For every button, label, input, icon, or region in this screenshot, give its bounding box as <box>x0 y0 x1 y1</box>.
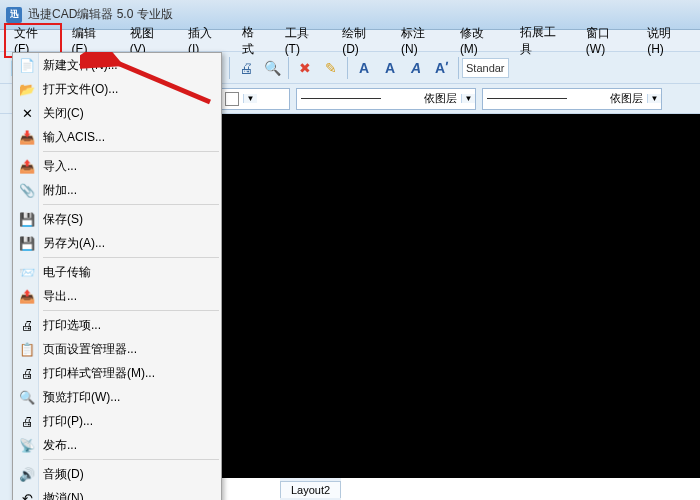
text-style-readout[interactable]: Standar <box>462 58 509 78</box>
menu-item-icon: 📎 <box>19 182 35 198</box>
menu-item-label: 打印选项... <box>43 317 101 334</box>
print-icon[interactable]: 🖨 <box>234 56 258 80</box>
layout-tab[interactable]: Layout2 <box>280 481 341 498</box>
menu-item[interactable]: 格式 <box>232 22 275 60</box>
lineweight-dropdown[interactable]: 依图层 ▼ <box>482 88 662 110</box>
menu-item-icon: 🔍 <box>19 389 35 405</box>
svg-line-0 <box>115 62 210 102</box>
menu-item[interactable]: 窗口(W) <box>576 23 637 58</box>
menu-item[interactable]: 说明(H) <box>637 23 696 58</box>
menu-item-label: 打印(P)... <box>43 413 93 430</box>
menu-item[interactable]: 📡发布... <box>13 433 221 457</box>
menu-item-label: 打印样式管理器(M)... <box>43 365 155 382</box>
menu-item[interactable]: 💾保存(S) <box>13 207 221 231</box>
menu-item-label: 另存为(A)... <box>43 235 105 252</box>
text-a2-icon[interactable]: A <box>378 56 402 80</box>
menu-item-label: 发布... <box>43 437 77 454</box>
text-find-icon[interactable]: Aʹ <box>430 56 454 80</box>
menu-item[interactable]: 💾另存为(A)... <box>13 231 221 255</box>
menu-item-icon: 📂 <box>19 81 35 97</box>
menu-item-icon: 🔊 <box>19 466 35 482</box>
menu-item-icon: 💾 <box>19 211 35 227</box>
menu-item[interactable]: 📤导出... <box>13 284 221 308</box>
color-swatch <box>225 92 239 106</box>
preview-icon[interactable]: 🔍 <box>260 56 284 80</box>
lineweight-label: 依图层 <box>610 91 643 106</box>
menu-item[interactable]: 拓展工具 <box>510 22 576 60</box>
menu-separator <box>43 310 219 311</box>
line-sample <box>487 98 567 99</box>
menu-item-label: 音频(D) <box>43 466 84 483</box>
menu-item-icon: ↶ <box>19 490 35 500</box>
menu-item-icon: 📤 <box>19 158 35 174</box>
file-menu-dropdown: 📄新建文件(N)...📂打开文件(O)...✕关闭(C)📥输入ACIS...📤导… <box>12 52 222 500</box>
menu-item-icon: 🖨 <box>19 413 35 429</box>
menu-item-icon: 📤 <box>19 288 35 304</box>
separator <box>347 57 348 79</box>
menu-item[interactable]: 📥输入ACIS... <box>13 125 221 149</box>
layout-tabs: Layout2 <box>280 478 341 500</box>
menu-item[interactable]: 🔊音频(D) <box>13 462 221 486</box>
menu-item-label: 保存(S) <box>43 211 83 228</box>
chevron-down-icon: ▼ <box>243 94 257 103</box>
menu-item-label: 输入ACIS... <box>43 129 105 146</box>
app-title: 迅捷CAD编辑器 5.0 专业版 <box>28 6 173 23</box>
menu-item[interactable]: 📋页面设置管理器... <box>13 337 221 361</box>
separator <box>229 57 230 79</box>
menu-bar: 文件(F)编辑(E)视图(V)插入(I)格式工具(T)绘制(D)标注(N)修改(… <box>0 30 700 52</box>
menu-item-label: 页面设置管理器... <box>43 341 137 358</box>
separator <box>458 57 459 79</box>
menu-item-label: 撤消(N) <box>43 490 84 501</box>
menu-item-label: 预览打印(W)... <box>43 389 120 406</box>
color-dropdown[interactable]: ▼ <box>220 88 290 110</box>
menu-separator <box>43 151 219 152</box>
menu-item-label: 关闭(C) <box>43 105 84 122</box>
line-sample <box>301 98 381 99</box>
app-icon: 迅 <box>6 7 22 23</box>
menu-item-icon: 🖨 <box>19 365 35 381</box>
linetype-label: 依图层 <box>424 91 457 106</box>
menu-item-label: 附加... <box>43 182 77 199</box>
text-a-icon[interactable]: A <box>352 56 376 80</box>
chevron-down-icon: ▼ <box>461 94 475 103</box>
menu-item[interactable]: 修改(M) <box>450 23 510 58</box>
menu-item-icon: 💾 <box>19 235 35 251</box>
brush-icon[interactable]: ✎ <box>319 56 343 80</box>
menu-item-icon: 📥 <box>19 129 35 145</box>
menu-item-label: 电子传输 <box>43 264 91 281</box>
menu-separator <box>43 459 219 460</box>
menu-item[interactable]: 🔍预览打印(W)... <box>13 385 221 409</box>
menu-item[interactable]: 🖨打印样式管理器(M)... <box>13 361 221 385</box>
menu-item-icon: 📄 <box>19 57 35 73</box>
separator <box>288 57 289 79</box>
menu-item[interactable]: 标注(N) <box>391 23 450 58</box>
cancel-icon[interactable]: ✖ <box>293 56 317 80</box>
menu-item[interactable]: 🖨打印选项... <box>13 313 221 337</box>
menu-item[interactable]: ↶撤消(N) <box>13 486 221 500</box>
menu-item[interactable]: 📨电子传输 <box>13 260 221 284</box>
menu-item-icon: 🖨 <box>19 317 35 333</box>
menu-separator <box>43 257 219 258</box>
menu-item[interactable]: 绘制(D) <box>332 23 391 58</box>
chevron-down-icon: ▼ <box>647 94 661 103</box>
menu-item-label: 导入... <box>43 158 77 175</box>
menu-item-icon: 📋 <box>19 341 35 357</box>
menu-item-icon: 📡 <box>19 437 35 453</box>
menu-item[interactable]: 📎附加... <box>13 178 221 202</box>
menu-item-icon: 📨 <box>19 264 35 280</box>
menu-separator <box>43 204 219 205</box>
menu-item-icon: ✕ <box>19 105 35 121</box>
linetype-dropdown[interactable]: 依图层 ▼ <box>296 88 476 110</box>
menu-item[interactable]: 📤导入... <box>13 154 221 178</box>
menu-item-label: 导出... <box>43 288 77 305</box>
text-format-icon[interactable]: A <box>404 56 428 80</box>
menu-item[interactable]: 🖨打印(P)... <box>13 409 221 433</box>
annotation-arrow <box>80 52 220 112</box>
menu-item[interactable]: 工具(T) <box>275 23 333 58</box>
